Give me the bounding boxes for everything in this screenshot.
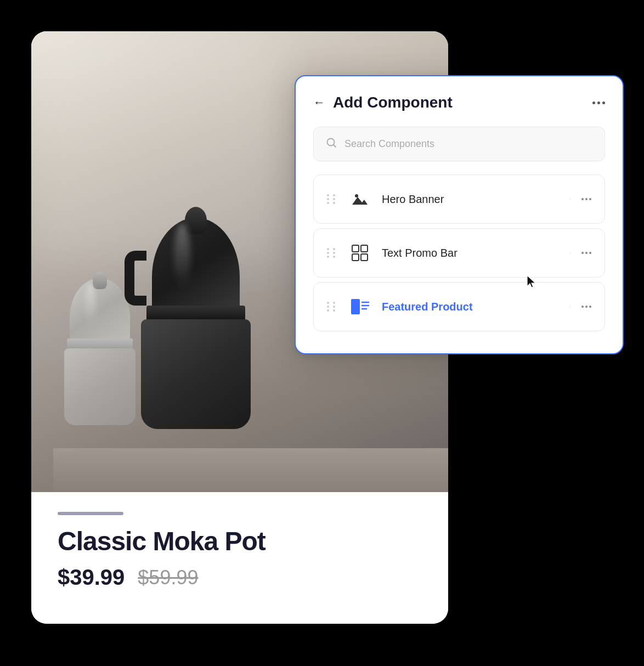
panel-header: ← Add Component bbox=[313, 94, 605, 111]
moka-main-pot bbox=[141, 218, 251, 459]
hero-banner-more-button[interactable] bbox=[570, 198, 591, 200]
item-more-dot-2 bbox=[585, 306, 587, 308]
svg-rect-5 bbox=[352, 254, 359, 261]
drag-handle[interactable] bbox=[327, 302, 337, 312]
component-list: Hero Banner bbox=[313, 174, 605, 331]
item-more-dot-3 bbox=[589, 252, 591, 254]
svg-line-1 bbox=[334, 145, 336, 147]
item-more-dot-3 bbox=[589, 198, 591, 200]
search-bar[interactable]: Search Components bbox=[313, 127, 605, 161]
item-more-dot-2 bbox=[585, 198, 587, 200]
text-promo-bar-icon bbox=[348, 241, 372, 265]
price-original: $59.99 bbox=[138, 566, 198, 589]
search-placeholder: Search Components bbox=[344, 138, 434, 150]
featured-product-label: Featured Product bbox=[382, 301, 570, 313]
panel-title: Add Component bbox=[333, 94, 453, 111]
hero-banner-label: Hero Banner bbox=[382, 193, 570, 206]
more-dot-2 bbox=[597, 101, 600, 104]
item-more-dot-1 bbox=[581, 252, 584, 254]
search-icon bbox=[326, 137, 337, 151]
svg-point-2 bbox=[355, 194, 358, 197]
panel-more-button[interactable] bbox=[592, 101, 605, 104]
product-prices: $39.99 $59.99 bbox=[58, 565, 422, 590]
svg-rect-7 bbox=[351, 299, 360, 314]
component-item-hero-banner[interactable]: Hero Banner bbox=[313, 174, 605, 224]
text-promo-bar-more-button[interactable] bbox=[570, 252, 591, 254]
item-more-dot-3 bbox=[589, 306, 591, 308]
component-item-featured-product[interactable]: Featured Product bbox=[313, 282, 605, 331]
add-component-panel: ← Add Component Search Components bbox=[295, 75, 624, 354]
drag-handle[interactable] bbox=[327, 248, 337, 258]
svg-rect-6 bbox=[361, 254, 368, 261]
panel-header-left: ← Add Component bbox=[313, 94, 453, 111]
svg-rect-3 bbox=[352, 245, 359, 252]
featured-product-icon bbox=[348, 295, 372, 319]
item-more-dot-1 bbox=[581, 198, 584, 200]
moka-small-pot bbox=[64, 278, 135, 437]
drag-handle[interactable] bbox=[327, 194, 337, 204]
product-title: Classic Moka Pot bbox=[58, 526, 422, 556]
more-dot-3 bbox=[602, 101, 605, 104]
back-button[interactable]: ← bbox=[313, 97, 325, 109]
text-promo-bar-label: Text Promo Bar bbox=[382, 247, 570, 259]
item-more-dot-1 bbox=[581, 306, 584, 308]
product-accent bbox=[58, 512, 123, 515]
component-item-text-promo-bar[interactable]: Text Promo Bar bbox=[313, 228, 605, 278]
item-more-dot-2 bbox=[585, 252, 587, 254]
hero-banner-icon bbox=[348, 187, 372, 211]
svg-rect-4 bbox=[361, 245, 368, 252]
price-current: $39.99 bbox=[58, 565, 125, 590]
featured-product-more-button[interactable] bbox=[570, 306, 591, 308]
product-info: Classic Moka Pot $39.99 $59.99 bbox=[31, 492, 448, 624]
more-dot-1 bbox=[592, 101, 595, 104]
